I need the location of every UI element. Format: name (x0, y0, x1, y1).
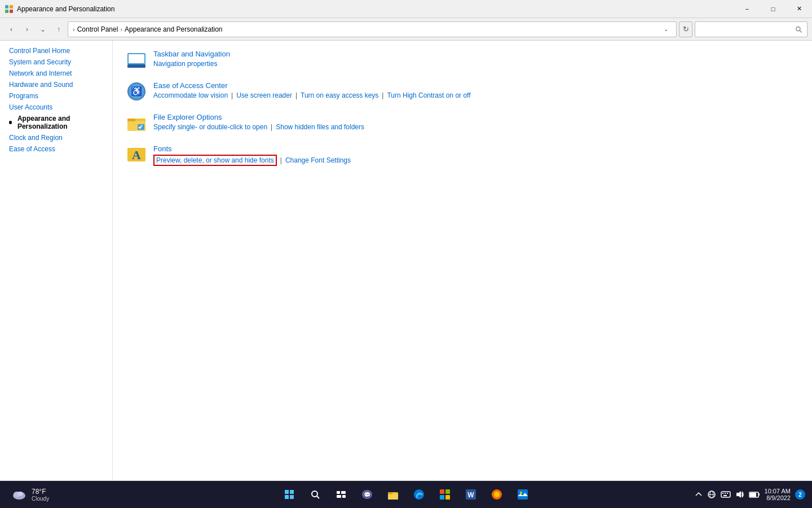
svg-text:💬: 💬 (364, 491, 371, 498)
task-view-icon (336, 489, 346, 500)
address-box[interactable]: › Control Panel › Appearance and Persona… (68, 21, 677, 37)
refresh-button[interactable]: ↻ (679, 21, 692, 37)
svg-text:♿: ♿ (131, 86, 142, 97)
svg-point-44 (494, 492, 500, 497)
back-button[interactable]: ‹ (5, 23, 18, 36)
search-icon (795, 25, 802, 33)
sidebar-label-clock-region: Clock and Region (9, 134, 63, 142)
sidebar-label-network-internet: Network and Internet (9, 69, 72, 77)
search-input[interactable] (700, 25, 793, 33)
taskbar-chat-button[interactable]: 💬 (356, 483, 378, 506)
word-icon: W (465, 488, 477, 501)
control-panel-icon (5, 5, 14, 14)
svg-rect-38 (445, 489, 450, 494)
chat-icon: 💬 (361, 488, 373, 501)
sidebar-item-hardware-sound[interactable]: Hardware and Sound (0, 79, 112, 90)
svg-rect-51 (722, 493, 723, 494)
network-icon[interactable] (707, 490, 716, 499)
sidebar-item-system-security[interactable]: System and Security (0, 56, 112, 68)
svg-rect-39 (440, 495, 444, 500)
sidebar-item-appearance[interactable]: Appearance and Personalization (0, 113, 112, 132)
breadcrumb: Control Panel › Appearance and Personali… (77, 25, 658, 33)
taskbar-search-button[interactable] (304, 483, 326, 506)
ease-of-access-icon: ♿ (126, 81, 147, 102)
up-button[interactable]: ↑ (52, 23, 65, 36)
svg-rect-8 (129, 54, 144, 63)
minimize-button[interactable]: − (734, 0, 760, 18)
close-button[interactable]: ✕ (786, 0, 812, 18)
sidebar-label-programs: Programs (9, 92, 38, 100)
sidebar-item-control-panel-home[interactable]: Control Panel Home (0, 45, 112, 56)
recent-locations-button[interactable]: ⌄ (36, 23, 50, 36)
taskbar: 78°F Cloudy (0, 481, 812, 508)
taskbar-file-explorer-button[interactable] (382, 483, 404, 506)
svg-rect-24 (290, 495, 294, 499)
sidebar-item-user-accounts[interactable]: User Accounts (0, 102, 112, 113)
svg-rect-58 (750, 493, 756, 497)
address-dropdown-button[interactable]: ⌄ (660, 22, 672, 37)
svg-point-46 (520, 492, 522, 494)
file-explorer-content: File Explorer Options Specify single- or… (153, 113, 364, 131)
accommodate-low-vision-link[interactable]: Accommodate low vision (153, 91, 228, 99)
chevron-up-icon[interactable] (695, 491, 703, 498)
breadcrumb-control-panel[interactable]: Control Panel (77, 25, 118, 33)
svg-rect-7 (127, 64, 145, 68)
svg-point-4 (796, 27, 800, 30)
sidebar-item-clock-region[interactable]: Clock and Region (0, 132, 112, 143)
svg-rect-23 (285, 495, 289, 499)
taskbar-center: 💬 (278, 483, 534, 506)
sidebar-item-network-internet[interactable]: Network and Internet (0, 68, 112, 79)
notification-badge[interactable]: 2 (795, 489, 805, 500)
navigation-properties-link[interactable]: Navigation properties (153, 60, 217, 68)
taskbar-navigation-links: Navigation properties (153, 60, 230, 68)
taskbar-edge-button[interactable] (408, 483, 430, 506)
preview-delete-fonts-link[interactable]: Preview, delete, or show and hide fonts (153, 155, 277, 166)
forward-button[interactable]: › (20, 23, 34, 36)
svg-rect-57 (758, 493, 760, 496)
search-box[interactable] (695, 21, 807, 37)
maximize-button[interactable]: □ (760, 0, 786, 18)
file-explorer-links: Specify single- or double-click to open … (153, 123, 364, 131)
svg-rect-53 (727, 493, 728, 494)
sidebar-item-programs[interactable]: Programs (0, 90, 112, 102)
svg-rect-52 (725, 493, 726, 494)
sidebar-label-system-security: System and Security (9, 58, 71, 66)
section-fonts: A Fonts Preview, delete, or show and hid… (126, 144, 798, 166)
file-explorer-options-title[interactable]: File Explorer Options (153, 113, 364, 121)
taskbar-word-button[interactable]: W (460, 483, 482, 506)
svg-point-25 (312, 491, 317, 497)
volume-icon[interactable] (735, 490, 744, 499)
svg-rect-0 (5, 5, 8, 8)
ease-of-access-center-title[interactable]: Ease of Access Center (153, 81, 471, 90)
main-layout: Control Panel Home System and Security N… (0, 41, 812, 480)
active-bullet (9, 121, 12, 124)
turn-high-contrast-link[interactable]: Turn High Contrast on or off (387, 91, 470, 99)
start-button[interactable] (278, 483, 301, 506)
svg-text:A: A (132, 148, 141, 162)
sidebar-label-hardware-sound: Hardware and Sound (9, 81, 73, 89)
turn-on-easy-access-keys-link[interactable]: Turn on easy access keys (301, 91, 378, 99)
taskbar-navigation-title[interactable]: Taskbar and Navigation (153, 50, 230, 58)
taskbar-browser2-button[interactable] (486, 483, 508, 506)
keyboard-icon[interactable] (721, 491, 731, 498)
breadcrumb-appearance[interactable]: Appearance and Personalization (125, 25, 222, 33)
title-bar-left: Appearance and Personalization (5, 5, 114, 14)
weather-condition: Cloudy (32, 496, 49, 502)
system-clock[interactable]: 10:07 AM 8/9/2022 (765, 488, 791, 501)
use-screen-reader-link[interactable]: Use screen reader (236, 91, 292, 99)
sidebar-item-ease-of-access[interactable]: Ease of Access (0, 143, 112, 155)
taskbar-photos-button[interactable] (511, 483, 534, 506)
weather-widget[interactable]: 78°F Cloudy (7, 488, 54, 502)
fonts-title[interactable]: Fonts (153, 144, 351, 153)
file-explorer-icon (126, 113, 147, 133)
clock-time: 10:07 AM (765, 488, 791, 494)
taskbar-right: 10:07 AM 8/9/2022 2 (695, 488, 805, 501)
taskbar-task-view-button[interactable] (330, 483, 352, 506)
ease-of-access-content: Ease of Access Center Accommodate low vi… (153, 81, 471, 99)
taskbar-store-button[interactable] (434, 483, 456, 506)
change-font-settings-link[interactable]: Change Font Settings (285, 156, 351, 164)
show-hidden-files-link[interactable]: Show hidden files and folders (276, 123, 364, 131)
fonts-content: Fonts Preview, delete, or show and hide … (153, 144, 351, 166)
battery-icon[interactable] (749, 491, 760, 498)
single-double-click-link[interactable]: Specify single- or double-click to open (153, 123, 267, 131)
